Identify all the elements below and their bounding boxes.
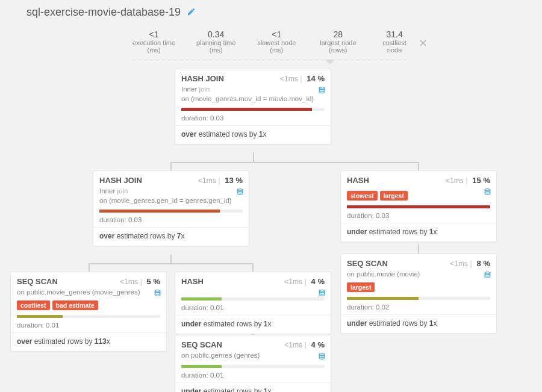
estimate-label: under estimated rows by 1x: [175, 382, 331, 392]
plan-node-hash-join-2[interactable]: HASH JOIN <1ms | 13 % Inner join on (mov…: [93, 170, 249, 246]
close-icon[interactable]: ✕: [419, 37, 428, 50]
node-subtext: [341, 187, 496, 191]
connector: [418, 244, 419, 254]
node-subtext: [175, 288, 331, 296]
duration-bar: [17, 315, 160, 318]
node-title: HASH JOIN: [99, 176, 142, 185]
stat-costliest-node: 31.4 costliest node: [379, 30, 410, 54]
header: sql-exercise-movie-database-19: [0, 0, 542, 21]
node-subtext: Inner join on (movie_genres.gen_id = gen…: [93, 187, 249, 208]
node-badges: largest: [341, 282, 496, 296]
estimate-label: under estimated rows by 1x: [341, 223, 496, 241]
estimate-label: under estimated rows by 1x: [341, 314, 496, 333]
node-title: HASH: [347, 176, 369, 185]
stat-largest-node: 28 largest node (rows): [317, 30, 359, 54]
connector: [170, 255, 172, 263]
node-title: HASH: [181, 277, 204, 286]
duration-label: duration: 0.01: [11, 319, 166, 332]
connector: [89, 263, 90, 272]
page-title: sql-exercise-movie-database-19: [26, 6, 181, 19]
stat-execution-time: <1 execution time (ms): [132, 30, 175, 54]
node-subtext: Inner join on (movie_genres.mov_id = mov…: [175, 85, 331, 107]
badge-largest: largest: [380, 191, 408, 201]
duration-label: duration: 0.03: [175, 112, 331, 125]
duration-bar: [181, 365, 325, 368]
connector: [418, 162, 419, 170]
node-subtext: on public.movie_genres (movie_genres): [11, 288, 166, 300]
duration-label: duration: 0.03: [341, 210, 496, 223]
database-icon[interactable]: [484, 188, 491, 199]
node-title: SEQ SCAN: [181, 340, 222, 349]
database-icon[interactable]: [318, 86, 326, 97]
connector: [89, 263, 252, 264]
node-title: SEQ SCAN: [347, 259, 388, 268]
duration-label: duration: 0.03: [93, 214, 249, 227]
estimate-label: under estimated rows by 1x: [175, 315, 331, 334]
duration-label: duration: 0.01: [175, 369, 331, 382]
duration-bar: [181, 108, 325, 111]
plan-node-hash-3[interactable]: HASH <1ms | 15 % slowest largest duratio…: [340, 170, 497, 242]
node-badges: costliest bad estimate: [11, 300, 166, 314]
stats-row: <1 execution time (ms) 0.34 planning tim…: [132, 26, 410, 60]
plan-node-hash-join-root[interactable]: HASH JOIN <1ms | 14 % Inner join on (mov…: [175, 69, 331, 145]
plan-node-seq-scan-movie-genres[interactable]: SEQ SCAN <1ms | 5 % on public.movie_genr…: [10, 272, 167, 352]
plan-node-seq-scan-movie[interactable]: SEQ SCAN <1ms | 8 % on public.movie (mov…: [340, 254, 497, 334]
connector: [253, 152, 254, 162]
duration-label: duration: 0.02: [341, 301, 496, 314]
node-subtext: on public.movie (movie): [341, 270, 496, 282]
estimate-label: over estimated rows by 1x: [175, 125, 331, 144]
plan-tree: HASH JOIN <1ms | 14 % Inner join on (mov…: [0, 60, 542, 392]
duration-bar: [347, 297, 490, 300]
duration-bar: [181, 297, 325, 300]
edit-icon[interactable]: [187, 7, 196, 18]
estimate-label: over estimated rows by 113x: [11, 332, 166, 351]
stat-planning-time: 0.34 planning time (ms): [196, 30, 236, 54]
node-badges: slowest largest: [341, 191, 496, 204]
estimate-label: over estimated rows by 7x: [93, 227, 249, 246]
database-icon[interactable]: [154, 289, 161, 300]
database-icon[interactable]: [484, 271, 491, 282]
badge-slowest: slowest: [347, 191, 378, 201]
connector: [252, 263, 254, 272]
badge-largest: largest: [347, 282, 375, 292]
node-title: SEQ SCAN: [17, 277, 58, 286]
duration-label: duration: 0.01: [175, 302, 331, 315]
database-icon[interactable]: [318, 352, 326, 363]
badge-costliest: costliest: [17, 300, 50, 310]
database-icon[interactable]: [236, 188, 244, 199]
badge-bad-estimate: bad estimate: [52, 300, 98, 310]
node-subtext: on public.genres (genres): [175, 351, 331, 364]
node-title: HASH JOIN: [181, 74, 224, 83]
stat-slowest-node: <1 slowest node (ms): [257, 30, 296, 54]
duration-bar: [347, 205, 490, 208]
plan-node-hash-5[interactable]: HASH <1ms | 4 % duration: 0.01 under est…: [175, 272, 331, 334]
plan-node-seq-scan-genres[interactable]: SEQ SCAN <1ms | 4 % on public.genres (ge…: [175, 335, 331, 392]
duration-bar: [99, 210, 243, 213]
connector: [170, 162, 418, 163]
connector: [170, 162, 172, 170]
